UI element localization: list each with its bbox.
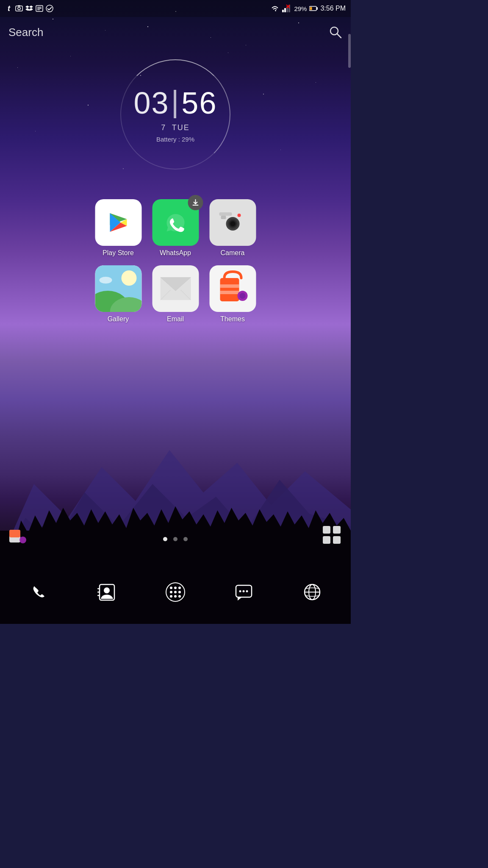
svg-point-48 (239, 293, 245, 299)
app-item-whatsapp[interactable]: WhatsApp (151, 199, 200, 257)
themes-label: Themes (220, 315, 245, 323)
svg-point-74 (246, 590, 248, 592)
dock-contacts[interactable] (73, 581, 141, 604)
search-label[interactable]: Search (8, 26, 43, 39)
svg-line-26 (337, 34, 341, 38)
svg-rect-31 (219, 212, 232, 216)
svg-rect-23 (317, 7, 318, 10)
messages-icon (232, 581, 255, 604)
email-icon (152, 265, 199, 312)
battery-percent: 29% (294, 5, 307, 12)
dropbox-icon (25, 5, 33, 12)
app-item-email[interactable]: Email (151, 265, 200, 323)
svg-point-15 (46, 5, 53, 12)
play-store-icon (95, 199, 141, 246)
svg-rect-16 (282, 10, 284, 12)
svg-point-41 (121, 270, 136, 286)
app-grid: Play Store WhatsApp (94, 199, 257, 323)
tasks-icon (36, 5, 43, 12)
svg-marker-6 (25, 6, 29, 8)
svg-rect-55 (333, 536, 341, 544)
launcher-icon (164, 581, 187, 604)
svg-point-68 (170, 595, 172, 598)
whatsapp-label: WhatsApp (160, 249, 191, 257)
signal-icon (282, 5, 291, 12)
svg-point-70 (178, 595, 181, 598)
clock-widget: 03 | 56 7 TUE Battery : 29% (116, 55, 235, 174)
status-bar: t (0, 0, 351, 17)
svg-rect-45 (220, 284, 239, 288)
clock-separator: | (171, 86, 180, 117)
svg-rect-53 (333, 526, 341, 534)
download-badge (188, 195, 203, 210)
svg-point-65 (170, 591, 172, 593)
check-icon (46, 5, 53, 12)
svg-rect-52 (323, 526, 330, 534)
clock-battery: Battery : 29% (134, 136, 217, 143)
app-item-gallery[interactable]: Gallery (94, 265, 143, 323)
contacts-icon (95, 581, 119, 604)
wifi-icon (270, 5, 280, 12)
svg-point-57 (104, 587, 110, 593)
dock-browser[interactable] (278, 581, 347, 604)
photo-icon (15, 5, 23, 12)
scrollbar-hint (348, 34, 351, 68)
svg-point-63 (174, 587, 177, 589)
svg-point-4 (18, 7, 20, 10)
svg-rect-54 (323, 536, 330, 544)
svg-rect-46 (220, 291, 239, 294)
svg-point-42 (99, 277, 112, 284)
play-store-label: Play Store (103, 249, 134, 257)
page-indicators (163, 537, 188, 541)
fab-right-grid[interactable] (321, 524, 342, 545)
svg-rect-5 (18, 6, 20, 7)
gallery-label: Gallery (108, 315, 129, 323)
svg-point-51 (19, 537, 26, 543)
dock-messages[interactable] (210, 581, 278, 604)
dock-launcher[interactable] (141, 581, 210, 604)
svg-rect-50 (9, 530, 20, 537)
page-dot-3[interactable] (183, 537, 188, 541)
status-left-icons: t (5, 4, 53, 13)
svg-point-62 (170, 587, 172, 589)
search-bar[interactable]: Search (8, 25, 342, 39)
email-label: Email (167, 315, 184, 323)
app-item-play-store[interactable]: Play Store (94, 199, 143, 257)
svg-marker-7 (29, 6, 33, 8)
clock-status: 3:56 PM (320, 5, 346, 12)
status-right-icons: 29% 3:56 PM (270, 5, 346, 12)
svg-point-69 (174, 595, 177, 598)
svg-point-73 (243, 590, 245, 592)
dock (0, 560, 351, 624)
svg-rect-44 (220, 278, 239, 301)
app-item-themes[interactable]: Themes (208, 265, 257, 323)
svg-point-64 (178, 587, 181, 589)
camera-label: Camera (221, 249, 245, 257)
svg-rect-24 (310, 7, 312, 10)
svg-point-72 (239, 590, 241, 592)
svg-point-35 (230, 221, 235, 226)
whatsapp-icon (152, 199, 199, 246)
svg-rect-3 (16, 6, 22, 11)
fab-left-themes[interactable] (8, 526, 28, 545)
svg-point-67 (178, 591, 181, 593)
search-icon[interactable] (329, 25, 342, 39)
svg-rect-17 (284, 8, 286, 12)
camera-icon (209, 199, 256, 246)
browser-icon (301, 581, 324, 604)
svg-point-66 (174, 591, 177, 593)
clock-date: 7 TUE (134, 123, 217, 132)
themes-icon (209, 265, 256, 312)
page-dot-2[interactable] (173, 537, 177, 541)
tumblr-icon: t (5, 4, 13, 13)
page-dot-1[interactable] (163, 537, 167, 541)
svg-rect-37 (221, 216, 226, 219)
phone-icon (27, 581, 50, 604)
app-item-camera[interactable]: Camera (208, 199, 257, 257)
battery-icon (309, 6, 318, 11)
gallery-icon (95, 265, 141, 312)
svg-point-36 (237, 214, 241, 217)
clock-hour: 03 (134, 88, 169, 118)
dock-phone[interactable] (4, 581, 73, 604)
